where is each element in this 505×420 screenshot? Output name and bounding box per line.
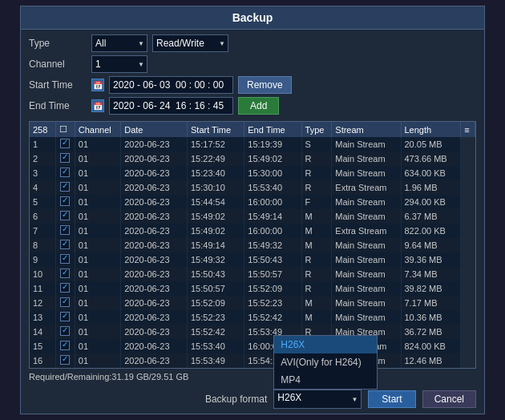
- row-type: M: [301, 310, 332, 325]
- record-checkbox[interactable]: [60, 254, 70, 264]
- dialog-title: Backup: [21, 6, 484, 30]
- record-checkbox[interactable]: [60, 269, 70, 278]
- record-checkbox[interactable]: [60, 240, 70, 249]
- record-checkbox[interactable]: [60, 326, 70, 336]
- row-type: R: [301, 281, 332, 296]
- row-end: 15:49:32: [244, 238, 301, 252]
- row-num: 15: [30, 339, 55, 353]
- record-checkbox[interactable]: [60, 168, 70, 177]
- record-checkbox[interactable]: [60, 355, 70, 365]
- record-checkbox[interactable]: [60, 312, 70, 321]
- row-checkbox[interactable]: [55, 353, 75, 368]
- readwrite-select-wrapper[interactable]: Read/Write Read Only: [152, 34, 228, 52]
- type-select[interactable]: All R M F: [91, 34, 147, 52]
- form-area: Type All R M F Read/Write Read Only Chan…: [21, 30, 484, 121]
- row-start: 15:50:43: [188, 267, 244, 281]
- th-end: End Time: [244, 122, 301, 137]
- row-stream: Main Stream: [332, 137, 401, 151]
- row-checkbox[interactable]: [55, 267, 75, 281]
- row-type: M: [301, 224, 332, 238]
- row-checkbox[interactable]: [55, 325, 75, 339]
- row-start: 15:49:32: [188, 252, 244, 267]
- record-checkbox[interactable]: [60, 341, 70, 350]
- row-length: 9.64 MB: [401, 238, 461, 252]
- format-option-mp4[interactable]: MP4: [274, 371, 377, 389]
- row-channel: 01: [75, 296, 120, 310]
- start-button[interactable]: Start: [368, 390, 415, 408]
- row-checkbox[interactable]: [55, 224, 75, 238]
- record-checkbox[interactable]: [60, 196, 70, 206]
- records-table: 258 ☐ Channel Date Start Time End Time T…: [30, 122, 475, 368]
- row-type: R: [301, 151, 332, 166]
- format-dropdown-menu: H26X AVI(Only for H264) MP4: [273, 335, 378, 390]
- format-dropdown-container[interactable]: H26X H26X AVI(Only for H264) MP4: [273, 390, 362, 409]
- row-length: 6.37 MB: [401, 209, 461, 224]
- row-checkbox[interactable]: [55, 238, 75, 252]
- bottom-bar: Backup format H26X H26X AVI(Only for H26…: [21, 385, 484, 414]
- end-time-row: End Time 📅 Add: [29, 97, 476, 115]
- end-time-input[interactable]: [109, 97, 233, 115]
- record-checkbox[interactable]: [60, 153, 70, 163]
- row-type: R: [301, 166, 332, 180]
- row-checkbox[interactable]: [55, 281, 75, 296]
- row-length: 10.36 MB: [401, 310, 461, 325]
- row-start: 15:49:02: [188, 224, 244, 238]
- row-type: R: [301, 267, 332, 281]
- row-checkbox[interactable]: [55, 296, 75, 310]
- add-button[interactable]: Add: [238, 97, 279, 115]
- row-checkbox[interactable]: [55, 151, 75, 166]
- row-length: 12.46 MB: [401, 353, 461, 368]
- row-start: 15:49:14: [188, 238, 244, 252]
- row-channel: 01: [75, 195, 120, 209]
- record-checkbox[interactable]: [60, 182, 70, 192]
- record-checkbox[interactable]: [60, 211, 70, 220]
- row-stream: Main Stream: [332, 296, 401, 310]
- row-num: 4: [30, 180, 55, 195]
- row-end: 15:19:39: [244, 137, 301, 151]
- start-time-input[interactable]: [109, 76, 233, 94]
- record-checkbox[interactable]: [60, 283, 70, 293]
- row-num: 8: [30, 238, 55, 252]
- row-channel: 01: [75, 224, 120, 238]
- channel-select[interactable]: 1 2: [91, 55, 147, 73]
- row-checkbox[interactable]: [55, 252, 75, 267]
- format-option-h26x[interactable]: H26X: [274, 336, 377, 353]
- row-end: 16:00:00: [244, 224, 301, 238]
- table-row: 15 01 2020-06-23 15:53:40 16:00:00 M Ext…: [30, 339, 475, 353]
- row-date: 2020-06-23: [121, 281, 188, 296]
- row-checkbox[interactable]: [55, 137, 75, 151]
- table-row: 10 01 2020-06-23 15:50:43 15:50:57 R Mai…: [30, 267, 475, 281]
- row-num: 5: [30, 195, 55, 209]
- type-select-wrapper[interactable]: All R M F: [91, 34, 147, 52]
- row-stream: Main Stream: [332, 310, 401, 325]
- row-end: 15:50:57: [244, 267, 301, 281]
- row-checkbox[interactable]: [55, 166, 75, 180]
- record-checkbox[interactable]: [60, 225, 70, 235]
- row-length: 294.00 KB: [401, 195, 461, 209]
- table-row: 2 01 2020-06-23 15:22:49 15:49:02 R Main…: [30, 151, 475, 166]
- row-date: 2020-06-23: [121, 166, 188, 180]
- row-channel: 01: [75, 339, 120, 353]
- readwrite-select[interactable]: Read/Write Read Only: [152, 34, 228, 52]
- format-dropdown-trigger[interactable]: H26X: [273, 390, 362, 409]
- record-checkbox[interactable]: [60, 139, 70, 148]
- remove-button[interactable]: Remove: [238, 76, 292, 94]
- row-checkbox[interactable]: [55, 310, 75, 325]
- row-checkbox[interactable]: [55, 339, 75, 353]
- cancel-button[interactable]: Cancel: [422, 390, 476, 408]
- row-checkbox[interactable]: [55, 180, 75, 195]
- end-time-calendar-icon[interactable]: 📅: [91, 99, 104, 112]
- records-table-container: 258 ☐ Channel Date Start Time End Time T…: [29, 121, 476, 369]
- row-start: 15:52:09: [188, 296, 244, 310]
- record-checkbox[interactable]: [60, 297, 70, 307]
- row-start: 15:22:49: [188, 151, 244, 166]
- row-type: M: [301, 296, 332, 310]
- row-checkbox[interactable]: [55, 209, 75, 224]
- table-row: 11 01 2020-06-23 15:50:57 15:52:09 R Mai…: [30, 281, 475, 296]
- type-row: Type All R M F Read/Write Read Only: [29, 34, 476, 52]
- format-option-avi[interactable]: AVI(Only for H264): [274, 353, 377, 371]
- channel-select-wrapper[interactable]: 1 2: [91, 55, 147, 73]
- th-length: Length: [401, 122, 461, 137]
- row-checkbox[interactable]: [55, 195, 75, 209]
- start-time-calendar-icon[interactable]: 📅: [91, 79, 104, 91]
